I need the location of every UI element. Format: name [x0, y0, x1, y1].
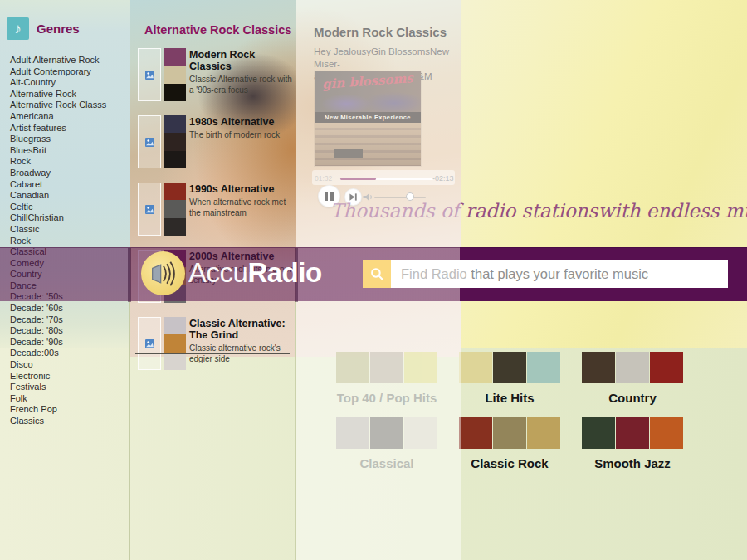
- tile-cover: [370, 352, 403, 383]
- genre-list-item[interactable]: Decade: '60s: [10, 303, 106, 314]
- genre-list-item[interactable]: Broadway: [10, 168, 106, 179]
- genre-list-item[interactable]: Alternative Rock Classs: [10, 100, 106, 111]
- genre-tile[interactable]: Top 40 / Pop Hits: [325, 352, 448, 405]
- channel-item[interactable]: 1990s Alternative When alternative rock …: [130, 181, 296, 246]
- tile-cover-row: [582, 417, 683, 449]
- tile-cover-row: [459, 352, 560, 383]
- broken-image-icon: [145, 205, 154, 214]
- album-cover: [164, 84, 186, 101]
- genre-list-item[interactable]: Decade: '80s: [10, 325, 106, 337]
- broken-image-icon: [145, 339, 154, 348]
- tile-cover: [616, 417, 649, 449]
- album-cover: [164, 115, 186, 133]
- genre-list-item[interactable]: Decade: '70s: [10, 314, 106, 326]
- genre-tile[interactable]: Smooth Jazz: [571, 417, 694, 470]
- channel-text: 1980s Alternative The birth of modern ro…: [189, 115, 295, 178]
- channel-title: 1990s Alternative: [189, 183, 295, 195]
- genre-tiles: Top 40 / Pop Hits Lite Hits Country: [325, 352, 699, 470]
- genre-list: Adult Alternative RockAdult Contemporary…: [10, 55, 106, 427]
- genre-tile[interactable]: Classic Rock: [448, 417, 571, 470]
- channel-text: Modern Rock Classics Classic Alternative…: [189, 48, 295, 111]
- genre-list-item[interactable]: French Pop: [10, 404, 106, 416]
- genre-tile[interactable]: Lite Hits: [448, 352, 571, 405]
- brand-accu: Accu: [188, 257, 247, 288]
- broken-image-icon: [145, 138, 154, 147]
- channel-item[interactable]: Classic Alternative: The Grind Classic a…: [130, 315, 296, 380]
- genre-list-item[interactable]: Rock: [10, 236, 106, 247]
- channel-description: The birth of modern rock: [189, 130, 295, 141]
- tile-label: Lite Hits: [485, 391, 534, 405]
- tile-cover: [650, 417, 683, 449]
- album-cover: [164, 353, 186, 370]
- search-input[interactable]: Find Radio that plays your favorite musi…: [391, 260, 728, 288]
- tile-cover: [336, 352, 369, 383]
- genre-list-item[interactable]: Cabaret: [10, 179, 106, 191]
- progress-bar[interactable]: [340, 178, 433, 180]
- genre-list-item[interactable]: Festivals: [10, 382, 106, 393]
- album-title-band: New Miserable Experience: [315, 112, 421, 123]
- search-placeholder-strong: Find Radio: [401, 266, 471, 282]
- channel-description: When alternative rock met the mainstream: [189, 197, 295, 219]
- broken-image-icon: [145, 71, 154, 80]
- genre-list-item[interactable]: ChillChristian: [10, 212, 106, 224]
- genre-tile[interactable]: Country: [571, 352, 694, 405]
- brand-wordmark[interactable]: AccuRadio: [188, 257, 322, 289]
- tile-cover: [493, 417, 526, 449]
- genre-list-item[interactable]: Electronic: [10, 371, 106, 382]
- genre-list-item[interactable]: Classic: [10, 224, 106, 236]
- genre-list-item[interactable]: Artist features: [10, 123, 106, 134]
- tagline: Thousands of radio stationswith endless …: [330, 200, 702, 222]
- channel-cover-stack: [164, 48, 186, 101]
- speaker-logo-icon: [147, 257, 180, 290]
- channel-item[interactable]: Modern Rock Classics Classic Alternative…: [130, 46, 296, 111]
- genre-list-item[interactable]: Adult Alternative Rock: [10, 55, 106, 66]
- tile-cover-row: [336, 352, 437, 383]
- album-cover: [164, 183, 186, 200]
- search-button[interactable]: [363, 260, 391, 288]
- genre-list-item[interactable]: BluesBrit: [10, 145, 106, 157]
- album-art-truck: [315, 123, 421, 166]
- tile-cover: [650, 352, 683, 383]
- tile-cover: [527, 352, 560, 383]
- channel-cover-stack: [164, 183, 186, 236]
- tile-cover: [527, 417, 560, 449]
- now-playing-channel: Modern Rock Classics: [314, 25, 447, 39]
- search-icon: [369, 266, 385, 282]
- album-cover: [164, 317, 186, 334]
- genre-list-item[interactable]: Disco: [10, 359, 106, 371]
- tile-cover: [459, 417, 492, 449]
- volume-slider-track[interactable]: [374, 197, 426, 198]
- genre-list-item[interactable]: Rock: [10, 156, 106, 168]
- genre-list-item[interactable]: Canadian: [10, 190, 106, 202]
- genres-header: ♪ Genres: [7, 17, 80, 40]
- channel-item[interactable]: 1980s Alternative The birth of modern ro…: [130, 114, 296, 178]
- genre-list-item[interactable]: Classics: [10, 416, 106, 427]
- genre-list-item[interactable]: Celtic: [10, 202, 106, 213]
- accuradio-logo[interactable]: [141, 251, 185, 295]
- tile-label: Classical: [359, 456, 413, 470]
- channel-cover-stack: [164, 317, 186, 370]
- search-placeholder-rest: that plays your favorite music: [471, 266, 648, 282]
- genre-list-item[interactable]: Bluegrass: [10, 134, 106, 145]
- time-elapsed: 01:32: [315, 174, 332, 183]
- channel-text: Classic Alternative: The Grind Classic a…: [189, 317, 295, 380]
- album-cover: [164, 151, 186, 168]
- accuradio-page: ♪ Genres Adult Alternative RockAdult Con…: [0, 0, 747, 560]
- album-cover: [164, 334, 186, 352]
- selected-channel-underline: [135, 353, 290, 354]
- progress-fill: [340, 178, 376, 180]
- genre-list-item[interactable]: Alt-Country: [10, 77, 106, 89]
- tile-cover: [616, 352, 649, 383]
- genre-list-item[interactable]: Decade: '90s: [10, 337, 106, 348]
- channel-title: Modern Rock Classics: [189, 49, 295, 72]
- genre-list-item[interactable]: Americana: [10, 111, 106, 123]
- genre-list-item[interactable]: Folk: [10, 393, 106, 405]
- album-art-top: gin blossoms: [315, 71, 421, 112]
- genre-list-item[interactable]: Decade:00s: [10, 348, 106, 359]
- genre-list-item[interactable]: Alternative Rock: [10, 89, 106, 100]
- genre-tile[interactable]: Classical: [325, 417, 448, 470]
- channel-title: Classic Alternative: The Grind: [189, 318, 295, 341]
- genre-list-item[interactable]: Adult Contemporary: [10, 66, 106, 78]
- tile-label: Classic Rock: [471, 456, 548, 470]
- channel-cover-stack: [164, 115, 186, 168]
